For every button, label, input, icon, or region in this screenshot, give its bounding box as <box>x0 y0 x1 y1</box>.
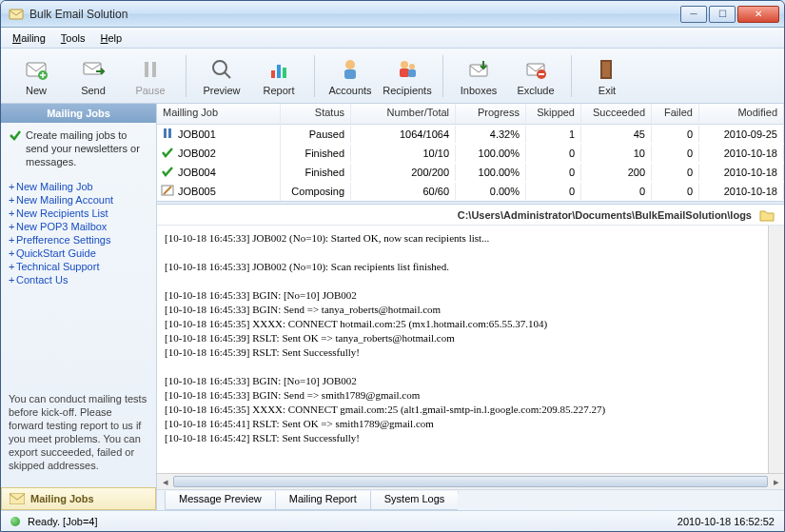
new-button[interactable]: New <box>9 52 64 100</box>
close-button[interactable]: ✕ <box>737 6 779 23</box>
table-row[interactable]: JOB001Paused1064/10644.32%14502010-09-25 <box>157 125 784 144</box>
sidebar-bottom-button[interactable]: Mailing Jobs <box>1 487 156 510</box>
column-header[interactable]: Progress <box>456 104 526 124</box>
svg-point-6 <box>213 61 226 74</box>
svg-rect-21 <box>10 493 25 504</box>
job-name-cell: JOB001 <box>157 124 281 145</box>
exit-button[interactable]: Exit <box>579 52 635 100</box>
preview-icon <box>209 57 234 82</box>
svg-rect-22 <box>164 128 167 138</box>
check-icon <box>9 128 22 142</box>
column-header[interactable]: Succeeded <box>581 104 652 124</box>
inboxes-icon <box>466 57 491 82</box>
cell: 0 <box>526 164 581 181</box>
minimize-button[interactable]: ─ <box>680 6 707 23</box>
cell: 0 <box>652 145 699 162</box>
sidebar-link[interactable]: Contact Us <box>9 273 148 286</box>
toolbar-separator <box>186 55 186 97</box>
log-path: C:\Users\Administrator\Documents\BulkEma… <box>458 209 752 221</box>
horizontal-scrollbar[interactable]: ◂ ▸ <box>157 473 784 489</box>
sidebar-link[interactable]: Prefference Settings <box>9 233 148 246</box>
sidebar-link[interactable]: New Mailing Job <box>9 180 148 193</box>
sidebar-links: New Mailing JobNew Mailing AccountNew Re… <box>1 178 156 294</box>
check-icon <box>161 165 174 180</box>
accounts-icon <box>338 57 363 82</box>
menu-mailing[interactable]: Mailing <box>7 30 51 46</box>
log-textarea[interactable]: [10-10-18 16:45:33] JOB002 (No=10): Star… <box>157 226 768 473</box>
cell: 0 <box>526 183 581 200</box>
sidebar-link[interactable]: Technical Support <box>9 260 148 273</box>
menu-help[interactable]: Help <box>95 30 128 46</box>
bottom-tabs: Message PreviewMailing ReportSystem Logs <box>157 489 784 510</box>
pause-icon <box>138 57 163 82</box>
maximize-button[interactable]: ☐ <box>709 6 736 23</box>
main-panel: Mailling JobStatusNumber/TotalProgressSk… <box>157 104 784 510</box>
sidebar-header: Mailing Jobs <box>1 104 156 123</box>
tab[interactable]: System Logs <box>370 491 460 510</box>
recipients-button[interactable]: Recipients <box>380 52 435 100</box>
jobs-grid: Mailling JobStatusNumber/TotalProgressSk… <box>157 104 784 201</box>
inboxes-button[interactable]: Inboxes <box>451 52 506 100</box>
recipients-icon <box>395 57 420 82</box>
svg-rect-23 <box>168 128 171 138</box>
sidebar-link[interactable]: QuickStart Guide <box>9 246 148 260</box>
open-folder-icon[interactable] <box>759 207 775 223</box>
svg-rect-13 <box>400 69 409 77</box>
job-name-cell: JOB004 <box>157 162 281 183</box>
sidebar-link[interactable]: New POP3 Mailbox <box>9 220 148 233</box>
cell: 0 <box>526 145 581 162</box>
accounts-button[interactable]: Accounts <box>323 52 378 100</box>
column-header[interactable]: Modified <box>699 104 784 124</box>
window-buttons: ─ ☐ ✕ <box>680 6 779 23</box>
cell: 1064/1064 <box>351 126 456 143</box>
log-panel: C:\Users\Administrator\Documents\BulkEma… <box>157 205 784 510</box>
column-header[interactable]: Mailling Job <box>157 104 281 124</box>
sidebar-link[interactable]: New Mailing Account <box>9 193 148 207</box>
column-header[interactable]: Number/Total <box>351 104 456 124</box>
table-row[interactable]: JOB002Finished10/10100.00%01002010-10-18 <box>157 144 784 163</box>
table-row[interactable]: JOB004Finished200/200100.00%020002010-10… <box>157 163 784 182</box>
exclude-icon <box>523 57 548 82</box>
svg-point-10 <box>345 60 355 69</box>
cell: 2010-10-18 <box>699 183 784 200</box>
svg-rect-5 <box>152 62 156 77</box>
cell: Paused <box>281 126 351 143</box>
toolbar-separator <box>314 55 315 97</box>
cell: 10 <box>581 145 652 162</box>
cell: 2010-09-25 <box>699 126 784 143</box>
scroll-right-icon[interactable]: ▸ <box>768 474 784 490</box>
column-header[interactable]: Status <box>281 104 351 124</box>
svg-rect-0 <box>10 10 23 19</box>
status-text: Ready. [Job=4] <box>28 516 97 527</box>
send-button[interactable]: Send <box>66 52 121 100</box>
table-row[interactable]: JOB005Composing60/600.00%0002010-10-18 <box>157 182 784 201</box>
column-header[interactable]: Failed <box>652 104 699 124</box>
svg-point-12 <box>401 61 408 69</box>
scroll-thumb[interactable] <box>173 476 768 487</box>
tab[interactable]: Mailing Report <box>275 491 371 510</box>
cell: Finished <box>281 164 351 181</box>
exclude-button[interactable]: Exclude <box>508 52 563 100</box>
preview-button[interactable]: Preview <box>194 52 249 100</box>
report-button[interactable]: Report <box>251 52 306 100</box>
content-area: Mailing Jobs Create mailing jobs to send… <box>1 104 784 510</box>
envelope-icon <box>10 493 25 504</box>
svg-rect-15 <box>408 69 416 77</box>
svg-rect-8 <box>277 65 281 78</box>
vertical-scrollbar[interactable] <box>768 226 784 473</box>
toolbar-separator <box>571 55 572 97</box>
job-name-cell: JOB005 <box>157 181 281 202</box>
column-header[interactable]: Skipped <box>526 104 581 124</box>
cell: 45 <box>581 126 652 143</box>
send-icon <box>81 57 106 82</box>
toolbar: New Send Pause Preview Report Accounts R… <box>1 49 784 104</box>
sidebar-link[interactable]: New Recipients List <box>9 207 148 220</box>
scroll-left-icon[interactable]: ◂ <box>157 474 173 490</box>
titlebar[interactable]: Bulk Email Solution ─ ☐ ✕ <box>1 1 784 28</box>
svg-rect-4 <box>145 62 148 77</box>
svg-rect-3 <box>84 63 101 74</box>
cell: 0.00% <box>456 183 526 200</box>
tab[interactable]: Message Preview <box>165 491 276 510</box>
menu-tools[interactable]: Tools <box>55 30 91 46</box>
pause-button[interactable]: Pause <box>123 52 178 100</box>
